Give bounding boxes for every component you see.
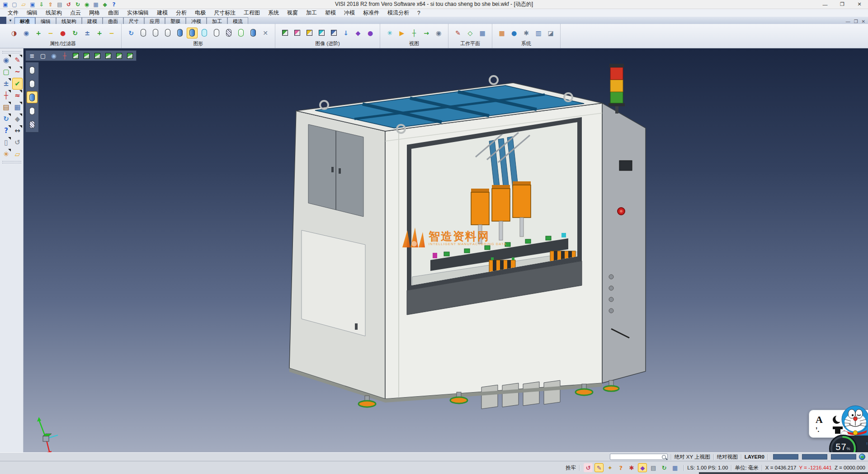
scale-label[interactable]: LS: 1.00 PS: 1.00: [687, 465, 728, 470]
filter-plusminus-icon[interactable]: ±: [82, 28, 93, 38]
maximize-button[interactable]: ❐: [834, 0, 851, 9]
menu-标准件[interactable]: 标准件: [359, 9, 383, 17]
visibility-refresh-icon[interactable]: ↻: [70, 28, 80, 38]
system-table-icon[interactable]: ▥: [533, 28, 544, 38]
key-icon[interactable]: ✦: [605, 463, 614, 472]
auto-rotate-icon[interactable]: ↻: [660, 463, 669, 472]
units-label[interactable]: 单位: 毫米: [735, 465, 758, 471]
print-icon[interactable]: ▤: [56, 1, 63, 8]
menu-实体编辑[interactable]: 实体编辑: [123, 9, 153, 17]
query-help-icon[interactable]: ?: [616, 463, 625, 472]
system-settings-icon[interactable]: ✱: [521, 28, 532, 38]
record-rotate-icon[interactable]: ↺: [584, 463, 593, 472]
menu-冲模[interactable]: 冲模: [340, 9, 359, 17]
snap-point-icon[interactable]: ✱: [627, 463, 636, 472]
snapshot-icon[interactable]: ◉: [83, 1, 90, 8]
tab-dropdown-button[interactable]: ▼: [6, 17, 14, 24]
3d-viewport[interactable]: ≡▢◉┼ 智造资料网 INTELLIGENT MANUFACTURING DAT…: [24, 48, 868, 452]
menu-曲面[interactable]: 曲面: [104, 9, 123, 17]
redo-icon[interactable]: ↻: [74, 1, 81, 8]
attribute-remove-icon[interactable]: −: [106, 28, 117, 38]
menu-加工[interactable]: 加工: [302, 9, 321, 17]
window-pane-icon[interactable]: ▦: [12, 101, 23, 113]
undo-tool-icon[interactable]: ↺: [12, 137, 23, 148]
menu-塑模[interactable]: 塑模: [321, 9, 340, 17]
zoom-options-icon[interactable]: ±: [1, 78, 11, 90]
shaded-edges-cylinder-icon[interactable]: [187, 28, 198, 38]
copy-view-cylinder-icon[interactable]: [248, 28, 259, 38]
hidden-line-cylinder-icon[interactable]: [150, 28, 161, 38]
close-button[interactable]: ✕: [851, 0, 868, 9]
view-orientation-label[interactable]: 绝对 XY 上视图: [675, 454, 710, 460]
minimize-button[interactable]: —: [816, 0, 834, 9]
traffic-light-icon[interactable]: ●: [57, 28, 68, 38]
snap-lock-label[interactable]: 拴牢: [566, 465, 576, 471]
curve-edit-icon[interactable]: ~: [12, 66, 23, 78]
workplane-grid-icon[interactable]: ▦: [477, 28, 488, 38]
undo-icon[interactable]: ↺: [65, 1, 72, 8]
wireframe-cylinder-icon[interactable]: [138, 28, 149, 38]
menu-建模[interactable]: 建模: [153, 9, 172, 17]
mdi-minimize-button[interactable]: —: [846, 19, 850, 24]
grid-icon[interactable]: ▦: [92, 1, 99, 8]
solids-icon[interactable]: ◆: [101, 1, 108, 8]
net-speed-widget[interactable]: 57% ↑ 0.2 K/s ↓ 0 K/s: [831, 436, 868, 452]
render-cone-icon[interactable]: ◆: [353, 28, 363, 38]
window-grid-icon[interactable]: ▦: [670, 463, 679, 472]
render-drop-icon[interactable]: ↓: [340, 28, 351, 38]
help-icon[interactable]: ?: [110, 1, 118, 8]
menu-文件[interactable]: 文件: [4, 9, 23, 17]
view-axes-icon[interactable]: ┼: [60, 51, 70, 60]
filter-add-icon[interactable]: +: [33, 28, 44, 38]
menu-工程图[interactable]: 工程图: [240, 9, 264, 17]
display-tools-icon[interactable]: ✕: [260, 28, 271, 38]
menu-?[interactable]: ?: [413, 10, 425, 16]
mode-hatched-icon[interactable]: [27, 118, 38, 130]
highlight-edit-icon[interactable]: ✎: [594, 463, 604, 472]
layer-stack-icon[interactable]: ▤: [649, 463, 658, 472]
search-input[interactable]: [610, 455, 662, 460]
attribute-add-icon[interactable]: +: [94, 28, 105, 38]
view-menu-icon[interactable]: ≡: [27, 51, 37, 60]
tab-冲模[interactable]: 冲模: [186, 17, 207, 24]
view-zoom-icon[interactable]: ◉: [49, 51, 59, 60]
save-icon[interactable]: ▣: [29, 1, 36, 8]
view-cube-right-icon[interactable]: [125, 51, 135, 60]
delete-trash-icon[interactable]: ▯: [1, 137, 11, 148]
pan-view-icon[interactable]: →: [421, 28, 432, 38]
system-shade-icon[interactable]: ◪: [545, 28, 556, 38]
palette-filter-icon[interactable]: ◑: [9, 28, 19, 38]
tab-塑膜[interactable]: 塑膜: [165, 17, 186, 24]
camera-view-icon[interactable]: ◉: [433, 28, 444, 38]
confirm-icon[interactable]: ✔: [12, 78, 23, 90]
tab-标准[interactable]: 标准: [14, 17, 35, 24]
app-icon[interactable]: ▣: [2, 1, 9, 8]
sketch-edit-icon[interactable]: ✎: [12, 54, 23, 66]
view-cube-back-icon[interactable]: [103, 51, 113, 60]
new-document-icon[interactable]: ▢: [11, 1, 18, 8]
color-swatch-3[interactable]: [831, 454, 856, 460]
axes-view-icon[interactable]: ┼: [409, 28, 420, 38]
ucs-icon[interactable]: ┼: [1, 90, 11, 101]
menu-点云[interactable]: 点云: [66, 9, 85, 17]
tab-应用[interactable]: 应用: [144, 17, 165, 24]
font-style-icon[interactable]: A: [816, 414, 823, 426]
workplane-axes-icon[interactable]: ◇: [465, 28, 476, 38]
filter-remove-icon[interactable]: −: [45, 28, 56, 38]
active-layer-label[interactable]: LAYER0: [745, 454, 764, 460]
color-table-icon[interactable]: ▦: [496, 28, 507, 38]
menu-尺寸标注[interactable]: 尺寸标注: [210, 9, 240, 17]
globe-icon[interactable]: [859, 454, 865, 460]
regen-icon[interactable]: ↻: [126, 28, 137, 38]
dashed-cylinder-icon[interactable]: [162, 28, 173, 38]
toolwheel-icon[interactable]: ✳: [1, 148, 11, 160]
import-icon[interactable]: ⇩: [38, 1, 45, 8]
view-cube-iso-icon[interactable]: [81, 51, 91, 60]
view-cube-front-icon[interactable]: [92, 51, 102, 60]
render-sphere-icon[interactable]: ●: [365, 28, 376, 38]
render-cyan-cube-icon[interactable]: [316, 28, 327, 38]
mode-flat-icon[interactable]: [27, 105, 38, 117]
regen-cylinder-icon[interactable]: [236, 28, 246, 38]
view-cube-left-icon[interactable]: [114, 51, 124, 60]
absolute-view-label[interactable]: 绝对视图: [717, 454, 738, 460]
